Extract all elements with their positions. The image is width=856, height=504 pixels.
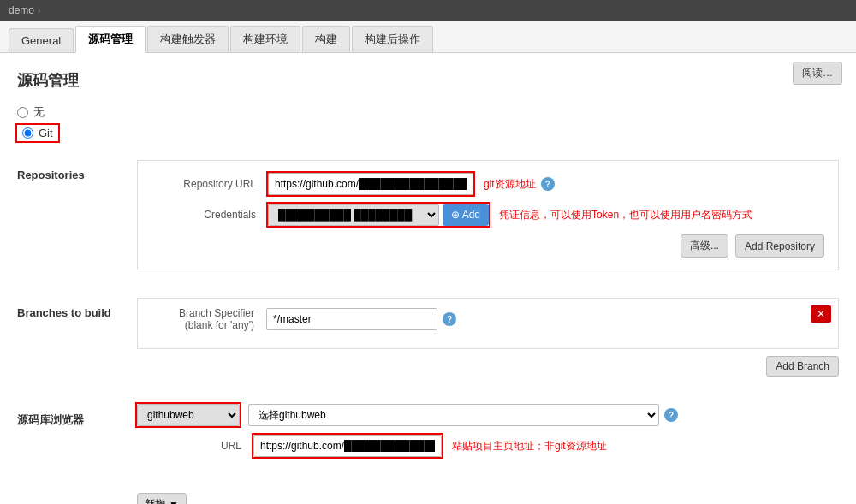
branch-specifier-label: Branch Specifier (blank for 'any') <box>150 307 261 331</box>
source-browser-label: 源码库浏览器 <box>17 395 137 474</box>
branch-specifier-row: Branch Specifier (blank for 'any') ? <box>150 307 826 331</box>
branch-specifier-input[interactable] <box>266 308 437 330</box>
additional-behaviours-section: Additional Behaviours 新增 ▼ <box>17 484 839 504</box>
branches-box: ✕ Branch Specifier (blank for 'any') ? <box>137 298 839 349</box>
branches-section: Branches to build ✕ Branch Specifier (bl… <box>17 289 839 385</box>
branch-specifier-help-icon[interactable]: ? <box>443 312 456 326</box>
tab-source-management[interactable]: 源码管理 <box>75 26 146 53</box>
radio-git-input[interactable] <box>22 127 33 139</box>
read-more-button[interactable]: 阅读… <box>793 62 842 85</box>
add-new-row: 新增 ▼ <box>137 493 839 504</box>
add-new-button[interactable]: 新增 ▼ <box>137 493 187 504</box>
browser-url-label: URL <box>137 440 248 452</box>
add-repository-button[interactable]: Add Repository <box>735 234 824 258</box>
credentials-row: Credentials ██████████ ████████ ⊕ Add 凭证… <box>152 204 824 226</box>
radio-none-label[interactable]: 无 <box>33 104 45 120</box>
additional-behaviours-label: Additional Behaviours <box>17 484 137 504</box>
breadcrumb-demo[interactable]: demo <box>9 4 34 16</box>
delete-branch-button[interactable]: ✕ <box>811 305 831 323</box>
source-browser-content: githubweb 选择githubweb ? URL 粘贴项目主页地址；非gi… <box>137 395 839 474</box>
repo-url-hint: git资源地址 <box>484 177 536 192</box>
credentials-hint: 凭证信息，可以使用Token，也可以使用用户名密码方式 <box>499 208 752 222</box>
section-title: 源码管理 <box>17 70 839 91</box>
credentials-select[interactable]: ██████████ ████████ <box>268 204 439 226</box>
source-browser-section: 源码库浏览器 githubweb 选择githubweb ? URL <box>17 395 839 474</box>
repo-url-input[interactable] <box>268 173 473 195</box>
dropdown-chevron-icon: ▼ <box>169 499 179 505</box>
credentials-label: Credentials <box>152 209 263 221</box>
main-content: 阅读… 源码管理 无 Git Repositories Repository U… <box>0 53 856 504</box>
additional-behaviours-content: 新增 ▼ <box>137 484 839 504</box>
tabs-container: General 源码管理 构建触发器 构建环境 构建 构建后操作 <box>0 21 856 53</box>
repo-url-row: Repository URL git资源地址 ? <box>152 173 824 195</box>
source-browser-full-select[interactable]: 选择githubweb <box>248 404 659 426</box>
source-browser-select[interactable]: githubweb <box>137 404 240 426</box>
repo-action-buttons: 高级... Add Repository <box>152 234 824 258</box>
top-bar: demo › <box>0 0 856 21</box>
git-box: Repository URL git资源地址 ? Credentials ███… <box>137 160 839 270</box>
repo-url-help-icon[interactable]: ? <box>541 177 555 191</box>
repositories-label: Repositories <box>17 151 137 279</box>
branch-action-buttons: Add Branch <box>137 356 839 377</box>
repositories-section: Repositories Repository URL git资源地址 ? Cr… <box>17 151 839 279</box>
add-branch-button[interactable]: Add Branch <box>766 356 839 377</box>
tab-build-trigger[interactable]: 构建触发器 <box>147 26 229 52</box>
repo-url-label: Repository URL <box>152 178 263 190</box>
advanced-button[interactable]: 高级... <box>681 234 728 258</box>
add-new-label: 新增 <box>145 497 165 504</box>
browser-url-input[interactable] <box>253 435 442 457</box>
source-browser-row: githubweb 选择githubweb ? <box>137 404 839 426</box>
repositories-content: Repository URL git资源地址 ? Credentials ███… <box>137 151 839 279</box>
branches-content: ✕ Branch Specifier (blank for 'any') ? A… <box>137 289 839 385</box>
radio-none-option: 无 <box>17 104 839 120</box>
source-browser-help-icon[interactable]: ? <box>664 408 678 422</box>
tab-build[interactable]: 构建 <box>302 26 350 52</box>
credentials-add-button[interactable]: ⊕ Add <box>443 204 489 226</box>
tab-general[interactable]: General <box>9 28 74 52</box>
browser-url-row: URL 粘贴项目主页地址；非git资源地址 <box>137 435 839 457</box>
tab-post-build[interactable]: 构建后操作 <box>352 26 433 52</box>
tab-build-env[interactable]: 构建环境 <box>230 26 300 52</box>
radio-git-label[interactable]: Git <box>39 127 53 139</box>
radio-git-option: Git <box>17 125 839 141</box>
top-right-area: 阅读… <box>793 62 842 85</box>
breadcrumb-chevron: › <box>38 6 40 15</box>
radio-none-input[interactable] <box>17 107 28 118</box>
browser-url-hint: 粘贴项目主页地址；非git资源地址 <box>452 439 607 454</box>
scm-radio-group: 无 Git <box>17 104 839 141</box>
branches-label: Branches to build <box>17 289 137 385</box>
